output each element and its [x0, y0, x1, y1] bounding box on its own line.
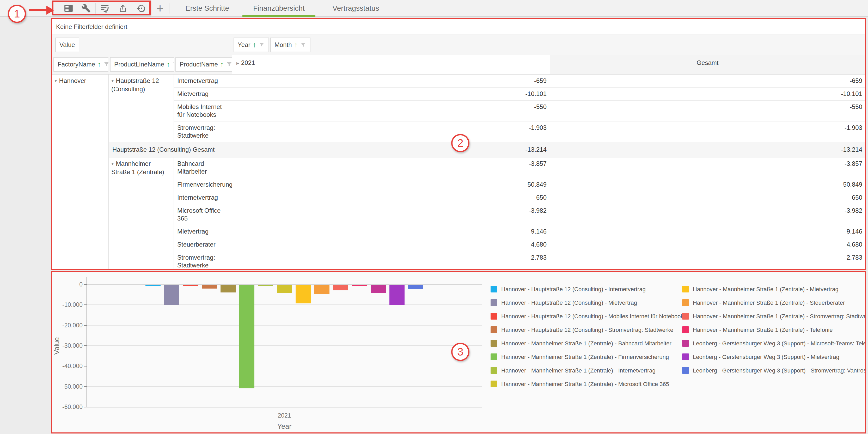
table-row: ▾Mannheimer Straße 1 (Zentrale)Bahncard …: [52, 157, 865, 178]
legend-item: Hannover - Mannheimer Straße 1 (Zentrale…: [682, 327, 833, 333]
bar-8[interactable]: [277, 285, 292, 293]
bar-15[interactable]: [408, 285, 423, 289]
row-header-product: Mobiles Internet für Notebooks: [174, 100, 232, 121]
cell-value-gesamt: -50.849: [550, 178, 865, 191]
pivot-header-row: FactoryName ↑ ProductLineName ↑ ProductN…: [52, 55, 865, 74]
legend-item: Leonberg - Gerstensburger Weg 3 (Support…: [682, 353, 839, 361]
legend-label: Hannover - Hauptstraße 12 (Consulting) -…: [501, 286, 646, 293]
year-field-chip[interactable]: Year ↑: [234, 37, 269, 52]
legend-label: Hannover - Hauptstraße 12 (Consulting) -…: [501, 327, 673, 333]
cell-value-2021: -9.146: [232, 225, 550, 238]
legend-color-swatch: [682, 340, 689, 347]
filter-icon[interactable]: [300, 42, 306, 48]
y-tick-label: 0: [54, 281, 83, 288]
legend-item: Hannover - Mannheimer Straße 1 (Zentrale…: [682, 286, 839, 293]
subtotal-value-2021: -13.214: [232, 142, 550, 157]
sort-asc-icon[interactable]: ↑: [253, 41, 256, 49]
tab-vertragsstatus[interactable]: Vertragsstatus: [315, 0, 396, 17]
legend-item: Hannover - Mannheimer Straße 1 (Zentrale…: [491, 367, 656, 374]
legend-color-swatch: [682, 353, 689, 360]
filter-icon[interactable]: [258, 42, 265, 48]
bar-2[interactable]: [164, 285, 179, 305]
legend-color-swatch: [491, 367, 497, 374]
cell-value-gesamt: -3.982: [550, 204, 865, 225]
table-row: Microsoft Office 365-3.982-3.982: [52, 204, 865, 225]
sort-asc-icon[interactable]: ↑: [294, 41, 298, 49]
cell-value-2021: -4.680: [232, 238, 550, 251]
filter-icon[interactable]: [173, 61, 174, 67]
cell-value-2021: -1.903: [232, 121, 550, 142]
collapse-icon[interactable]: ▾: [55, 78, 57, 84]
collapse-icon[interactable]: ▾: [111, 78, 114, 84]
cell-value-2021: -550: [232, 100, 550, 121]
bar-14[interactable]: [390, 285, 405, 305]
cell-value-gesamt: -1.903: [550, 121, 865, 142]
row-header-product: Bahncard Mitarbeiter: [174, 157, 232, 178]
add-tab-button[interactable]: +: [153, 2, 167, 15]
value-field-chip[interactable]: Value: [55, 37, 79, 52]
column-header-2021[interactable]: ▸2021: [232, 55, 550, 74]
sort-asc-icon[interactable]: ↑: [166, 61, 170, 68]
legend-color-swatch: [682, 286, 689, 292]
cell-value-gesamt: -10.101: [550, 87, 865, 100]
table-row: Firmenversicherung-50.849-50.849: [52, 178, 865, 191]
bar-10[interactable]: [314, 285, 330, 294]
table-row: Stromvertrag: Stadtwerke-2.783-2.783: [52, 251, 865, 270]
legend-color-swatch: [491, 286, 497, 292]
bar-7[interactable]: [258, 285, 273, 286]
bar-4[interactable]: [202, 285, 217, 288]
productname-field-chip[interactable]: ProductName ↑: [176, 57, 232, 72]
bar-3[interactable]: [183, 285, 198, 286]
bar-9[interactable]: [296, 285, 311, 303]
legend-color-swatch: [682, 313, 689, 319]
annotation-box-1: [52, 1, 151, 16]
legend-item: Hannover - Hauptstraße 12 (Consulting) -…: [491, 313, 686, 320]
sort-asc-icon[interactable]: ↑: [220, 61, 224, 68]
bar-12[interactable]: [352, 285, 367, 286]
row-header-product: Firmenversicherung: [174, 178, 232, 191]
tab-erste-schritte[interactable]: Erste Schritte: [172, 0, 242, 17]
legend-label: Hannover - Mannheimer Straße 1 (Zentrale…: [501, 340, 672, 347]
legend-label: Hannover - Mannheimer Straße 1 (Zentrale…: [501, 367, 656, 374]
annotation-badge-2: 2: [451, 134, 469, 152]
month-field-chip[interactable]: Month ↑: [270, 37, 310, 52]
cell-value-2021: -659: [232, 74, 550, 87]
productlinename-field-chip[interactable]: ProductLineName ↑: [110, 57, 174, 72]
cell-value-2021: -10.101: [232, 87, 550, 100]
y-tick-label: -60.000: [54, 403, 83, 410]
row-header-product: Stromvertrag: Stadtwerke: [174, 251, 232, 270]
legend-label: Hannover - Mannheimer Straße 1 (Zentrale…: [693, 286, 839, 293]
legend-label: Leonberg - Gerstensburger Weg 3 (Support…: [693, 367, 866, 374]
cell-value-gesamt: -3.857: [550, 157, 865, 178]
legend-label: Hannover - Mannheimer Straße 1 (Zentrale…: [693, 299, 845, 306]
collapse-icon[interactable]: ▾: [111, 161, 114, 166]
factoryname-field-chip[interactable]: FactoryName ↑: [54, 57, 108, 72]
annotation-badge-3: 3: [451, 343, 469, 361]
filter-icon[interactable]: [103, 61, 108, 67]
toolbar-divider: [169, 3, 169, 13]
annotation-badge-1: 1: [8, 5, 26, 23]
bar-13[interactable]: [371, 285, 386, 293]
subtotal-label: Hauptstraße 12 (Consulting) Gesamt: [108, 142, 232, 157]
legend-label: Leonberg - Gerstensburger Weg 3 (Support…: [693, 353, 839, 361]
bar-1[interactable]: [146, 285, 161, 286]
legend-item: Hannover - Mannheimer Straße 1 (Zentrale…: [491, 340, 672, 347]
row-header-product: Mietvertrag: [174, 87, 232, 100]
legend-label: Hannover - Hauptstraße 12 (Consulting) -…: [501, 313, 686, 320]
legend-color-swatch: [491, 353, 497, 360]
row-header-product: Steuerberater: [174, 238, 232, 251]
bar-11[interactable]: [333, 285, 348, 290]
bar-6[interactable]: [239, 285, 254, 389]
legend-item: Leonberg - Gerstensburger Weg 3 (Support…: [682, 367, 866, 374]
cell-value-2021: -3.982: [232, 204, 550, 225]
legend-color-swatch: [682, 327, 689, 333]
expand-icon[interactable]: ▸: [237, 60, 239, 66]
tab-finanzuebersicht[interactable]: Finanzübersicht: [242, 0, 315, 17]
legend-color-swatch: [491, 380, 497, 388]
cell-value-gesamt: -650: [550, 191, 865, 204]
legend-item: Leonberg - Gerstensburger Weg 3 (Support…: [682, 340, 866, 347]
filter-icon[interactable]: [226, 61, 232, 67]
sort-asc-icon[interactable]: ↑: [97, 61, 101, 68]
legend-color-swatch: [491, 327, 497, 333]
bar-5[interactable]: [220, 285, 236, 292]
